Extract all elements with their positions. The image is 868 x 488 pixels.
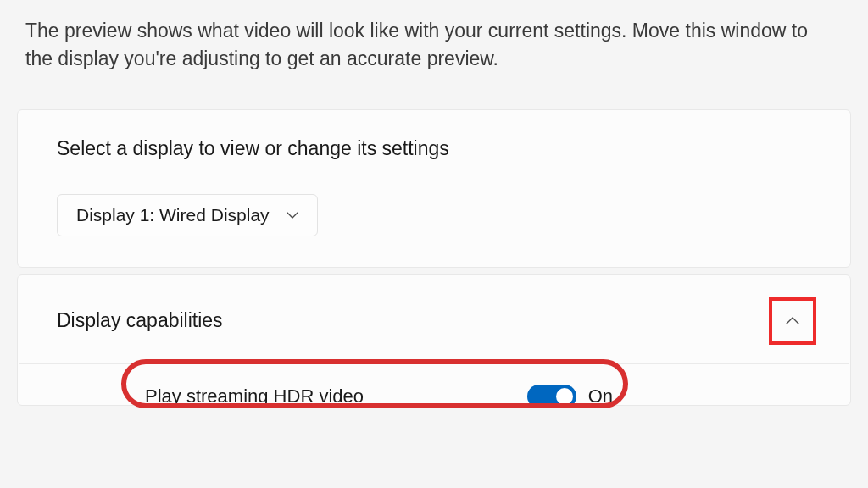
select-display-card: Select a display to view or change its s… [17,109,851,268]
collapse-button[interactable] [774,302,811,340]
display-capabilities-card: Display capabilities Play streaming HDR … [17,274,851,406]
preview-description: The preview shows what video will look l… [17,17,851,74]
select-display-label: Select a display to view or change its s… [57,137,811,160]
display-dropdown-value: Display 1: Wired Display [76,205,270,225]
chevron-up-icon [783,312,802,330]
hdr-row: Play streaming HDR video On [18,364,850,405]
hdr-toggle[interactable] [527,385,576,405]
display-dropdown[interactable]: Display 1: Wired Display [57,194,318,236]
hdr-toggle-state: On [588,385,613,405]
capabilities-header[interactable]: Display capabilities [18,275,850,363]
capabilities-title: Display capabilities [57,309,223,332]
hdr-label: Play streaming HDR video [145,385,364,405]
chevron-down-icon [285,208,300,223]
toggle-thumb [556,388,573,405]
